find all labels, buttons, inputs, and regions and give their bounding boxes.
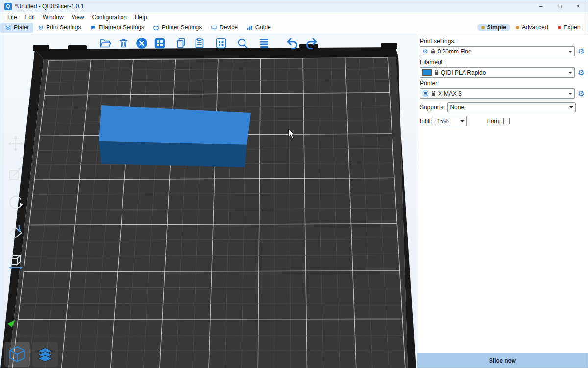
menu-help[interactable]: Help xyxy=(131,13,151,21)
printer-combo[interactable]: X-MAX 3 xyxy=(420,88,575,99)
menu-file[interactable]: File xyxy=(3,13,21,21)
split-to-objects-button[interactable] xyxy=(214,36,228,50)
mode-advanced[interactable]: Advanced xyxy=(512,24,552,31)
viewport-toolbar xyxy=(98,36,318,50)
search-button[interactable] xyxy=(236,36,249,50)
delete-all-button[interactable] xyxy=(135,36,148,50)
mode-advanced-label: Advanced xyxy=(522,24,548,31)
monitor-icon xyxy=(211,25,217,31)
undo-icon xyxy=(285,36,299,51)
app-window: Q *Untitled - QIDISlicer-1.0.1 – □ × Fil… xyxy=(0,0,588,368)
settings-panel: Print settings: ⚙ 0.20mm Fine ⚙ Filament… xyxy=(417,33,588,368)
filament-row: QIDI PLA Rapido ⚙ xyxy=(420,67,585,78)
tab-print-settings[interactable]: ⚙ Print Settings xyxy=(33,23,85,33)
tab-guide[interactable]: Guide xyxy=(242,23,275,33)
undo-button[interactable] xyxy=(285,36,299,50)
scale-icon xyxy=(7,164,24,182)
print-settings-value: 0.20mm Fine xyxy=(438,48,564,55)
filament-color-swatch xyxy=(422,69,432,76)
copy-icon xyxy=(175,37,188,50)
guide-bars-icon xyxy=(246,25,253,31)
preview-view-button[interactable] xyxy=(32,342,58,367)
brim-label: Brim: xyxy=(487,118,501,125)
infill-value: 15% xyxy=(437,118,456,125)
place-on-face-gizmo-button[interactable] xyxy=(5,222,26,242)
printer-gear-button[interactable]: ⚙ xyxy=(577,90,585,97)
lock-icon xyxy=(434,70,439,75)
viewport-3d[interactable] xyxy=(0,33,417,368)
rotate-gizmo-button[interactable] xyxy=(5,193,26,212)
filament-bubble-icon xyxy=(90,25,96,31)
lock-icon xyxy=(431,49,435,54)
copy-button[interactable] xyxy=(174,36,188,50)
plater-cube-icon xyxy=(5,25,11,31)
bed-corner xyxy=(381,43,397,49)
menu-view[interactable]: View xyxy=(68,13,88,21)
print-settings-label: Print settings: xyxy=(420,38,585,45)
mode-simple-label: Simple xyxy=(487,24,506,31)
redo-button[interactable] xyxy=(305,36,318,50)
tab-printer-settings-label: Printer Settings xyxy=(162,24,202,31)
variable-layer-height-button[interactable] xyxy=(257,36,271,50)
mode-expert[interactable]: Expert xyxy=(554,24,585,31)
infill-combo[interactable]: 15% xyxy=(435,116,467,126)
brim-checkbox[interactable] xyxy=(503,118,510,124)
tab-filament-settings-label: Filament Settings xyxy=(98,24,144,31)
viewport-canvas[interactable] xyxy=(0,33,417,368)
close-button[interactable]: × xyxy=(569,0,588,12)
supports-combo[interactable]: None xyxy=(447,102,576,112)
infill-brim-row: Infill: 15% Brim: xyxy=(420,116,585,126)
menu-edit[interactable]: Edit xyxy=(21,13,39,21)
supports-label: Supports: xyxy=(420,104,445,111)
place-on-face-icon xyxy=(7,223,24,241)
tabbar: Plater ⚙ Print Settings Filament Setting… xyxy=(0,22,588,33)
open-project-button[interactable] xyxy=(98,36,112,50)
split-grid-icon xyxy=(215,37,227,50)
slice-now-button[interactable]: Slice now xyxy=(417,353,588,368)
redo-icon xyxy=(305,36,318,51)
tab-device[interactable]: Device xyxy=(206,23,242,33)
scale-gizmo-button[interactable] xyxy=(5,163,26,183)
print-bed-surface[interactable] xyxy=(8,57,408,368)
chevron-down-icon xyxy=(458,116,466,126)
minimize-button[interactable]: – xyxy=(532,0,550,12)
filament-gear-button[interactable]: ⚙ xyxy=(577,69,585,76)
tab-plater[interactable]: Plater xyxy=(0,23,33,33)
menu-configuration[interactable]: Configuration xyxy=(88,13,131,21)
measure-gizmo-button[interactable] xyxy=(5,252,26,271)
gear-icon: ⚙ xyxy=(422,48,428,54)
print-settings-combo[interactable]: ⚙ 0.20mm Fine xyxy=(420,46,575,56)
tab-filament-settings[interactable]: Filament Settings xyxy=(85,23,148,33)
arrange-icon xyxy=(153,37,166,50)
gizmo-toolbar xyxy=(5,134,26,271)
arrange-button[interactable] xyxy=(153,36,167,50)
maximize-button[interactable]: □ xyxy=(550,0,569,12)
model-object[interactable] xyxy=(99,105,251,167)
print-settings-gear-button[interactable]: ⚙ xyxy=(577,48,585,55)
view-toggles xyxy=(4,342,58,367)
chevron-down-icon xyxy=(566,47,574,56)
rotate-icon xyxy=(7,194,24,211)
move-gizmo-button[interactable] xyxy=(5,134,26,154)
paste-icon xyxy=(193,37,206,50)
infill-label: Infill: xyxy=(420,118,432,125)
menu-window[interactable]: Window xyxy=(39,13,68,21)
filament-label: Filament: xyxy=(420,59,585,66)
printer-value: X-MAX 3 xyxy=(438,90,564,97)
editor-view-button[interactable] xyxy=(4,342,30,367)
tab-print-settings-label: Print Settings xyxy=(46,24,81,31)
app-icon: Q xyxy=(4,3,12,10)
layers-preview-icon xyxy=(36,345,54,364)
tab-printer-settings[interactable]: Printer Settings xyxy=(148,23,206,33)
paste-button[interactable] xyxy=(193,36,206,50)
delete-all-icon xyxy=(135,37,148,50)
delete-button[interactable] xyxy=(117,36,130,50)
trash-icon xyxy=(117,37,130,50)
printer-row: X-MAX 3 ⚙ xyxy=(420,88,585,99)
chevron-down-icon xyxy=(566,68,574,77)
mode-simple[interactable]: Simple xyxy=(477,24,510,31)
tab-device-label: Device xyxy=(220,24,238,31)
move-icon xyxy=(7,135,24,153)
window-controls: – □ × xyxy=(532,0,588,12)
filament-combo[interactable]: QIDI PLA Rapido xyxy=(420,67,575,78)
